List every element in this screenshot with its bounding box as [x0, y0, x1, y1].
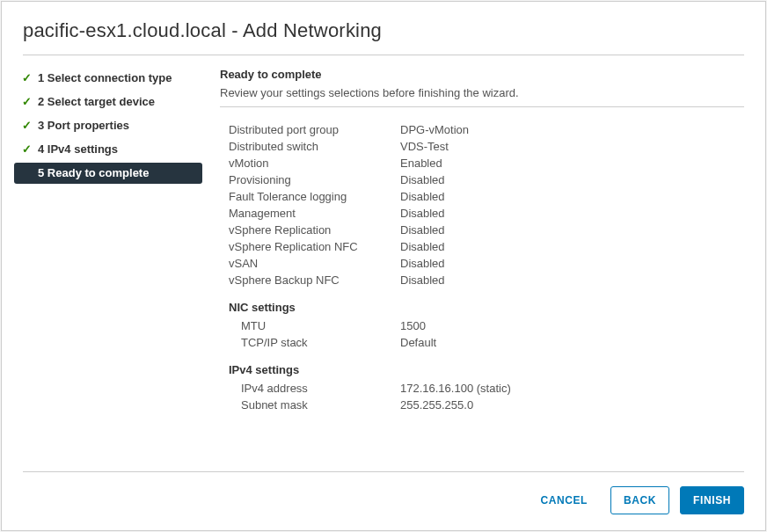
summary-value: DPG-vMotion	[400, 123, 744, 136]
summary-key: Distributed switch	[220, 140, 400, 153]
wizard-step-port-properties[interactable]: ✓ 3 Port properties	[14, 115, 202, 136]
summary-row: ManagementDisabled	[220, 205, 744, 222]
summary-key: MTU	[220, 319, 400, 332]
summary-value: Enabled	[400, 157, 744, 170]
check-icon: ✓	[19, 95, 33, 108]
wizard-step-label: 1 Select connection type	[38, 71, 172, 84]
summary-value: 1500	[400, 319, 744, 332]
check-icon: ✓	[19, 71, 33, 84]
summary-group-title: NIC settings	[220, 301, 744, 314]
wizard-dialog: pacific-esx1.cloud.local - Add Networkin…	[1, 1, 766, 531]
dialog-content: ✓ 1 Select connection type ✓ 2 Select ta…	[2, 55, 765, 471]
summary-key: Subnet mask	[220, 398, 400, 412]
summary-row: vSphere Replication NFCDisabled	[220, 238, 744, 255]
summary-key: TCP/IP stack	[220, 336, 400, 349]
back-button[interactable]: BACK	[610, 486, 669, 514]
summary-value: 255.255.255.0	[400, 398, 744, 412]
summary-divider	[220, 106, 744, 107]
summary-subtitle: Review your settings selections before f…	[220, 86, 744, 99]
summary-value: Disabled	[400, 273, 744, 287]
dialog-footer: CANCEL BACK FINISH	[23, 471, 744, 530]
summary-row: vSphere ReplicationDisabled	[220, 222, 744, 238]
summary-key: vSphere Replication NFC	[220, 240, 400, 253]
summary-ipv4-group: IPv4 settings IPv4 address172.16.16.100 …	[220, 363, 744, 413]
wizard-step-label: 5 Ready to complete	[38, 166, 149, 179]
wizard-step-ipv4-settings[interactable]: ✓ 4 IPv4 settings	[14, 139, 202, 160]
summary-row: Distributed port groupDPG-vMotion	[220, 121, 744, 138]
summary-value: Disabled	[400, 173, 744, 186]
summary-value: Disabled	[400, 207, 744, 220]
summary-key: Fault Tolerance logging	[220, 190, 400, 203]
summary-value: Disabled	[400, 190, 744, 203]
summary-panel: Ready to complete Review your settings s…	[208, 68, 756, 471]
wizard-step-target-device[interactable]: ✓ 2 Select target device	[14, 91, 202, 113]
finish-button[interactable]: FINISH	[680, 486, 744, 514]
summary-key: Distributed port group	[220, 123, 400, 136]
summary-row: vMotionEnabled	[220, 155, 744, 171]
summary-general-group: Distributed port groupDPG-vMotion Distri…	[220, 121, 744, 288]
wizard-step-connection-type[interactable]: ✓ 1 Select connection type	[14, 68, 202, 89]
summary-row: vSANDisabled	[220, 255, 744, 272]
dialog-header: pacific-esx1.cloud.local - Add Networkin…	[2, 2, 765, 55]
summary-row: Fault Tolerance loggingDisabled	[220, 188, 744, 205]
summary-value: VDS-Test	[400, 140, 744, 153]
summary-key: vSphere Backup NFC	[220, 273, 400, 287]
summary-nic-group: NIC settings MTU1500 TCP/IP stackDefault	[220, 301, 744, 351]
check-icon: ✓	[19, 119, 33, 132]
summary-row: Subnet mask255.255.255.0	[220, 397, 744, 413]
wizard-step-label: 3 Port properties	[38, 119, 129, 132]
summary-value: Disabled	[400, 223, 744, 237]
check-icon: ✓	[19, 142, 33, 156]
summary-value: Disabled	[400, 257, 744, 270]
summary-row: Distributed switchVDS-Test	[220, 138, 744, 155]
wizard-step-ready-to-complete[interactable]: ✓ 5 Ready to complete	[14, 163, 202, 184]
summary-key: vSphere Replication	[220, 223, 400, 237]
summary-row: vSphere Backup NFCDisabled	[220, 272, 744, 288]
wizard-step-label: 2 Select target device	[38, 95, 155, 108]
summary-group-title: IPv4 settings	[220, 363, 744, 376]
summary-title: Ready to complete	[220, 68, 744, 81]
dialog-title: pacific-esx1.cloud.local - Add Networkin…	[23, 19, 744, 42]
summary-key: vSAN	[220, 257, 400, 270]
summary-row: MTU1500	[220, 317, 744, 334]
wizard-step-label: 4 IPv4 settings	[38, 142, 118, 156]
summary-value: 172.16.16.100 (static)	[400, 382, 744, 395]
summary-row: IPv4 address172.16.16.100 (static)	[220, 380, 744, 397]
summary-key: IPv4 address	[220, 382, 400, 395]
summary-key: Provisioning	[220, 173, 400, 186]
summary-key: vMotion	[220, 157, 400, 170]
summary-value: Disabled	[400, 240, 744, 253]
cancel-button[interactable]: CANCEL	[528, 486, 600, 514]
summary-key: Management	[220, 207, 400, 220]
summary-value: Default	[400, 336, 744, 349]
summary-row: TCP/IP stackDefault	[220, 334, 744, 351]
wizard-steps: ✓ 1 Select connection type ✓ 2 Select ta…	[14, 68, 208, 471]
summary-row: ProvisioningDisabled	[220, 171, 744, 188]
